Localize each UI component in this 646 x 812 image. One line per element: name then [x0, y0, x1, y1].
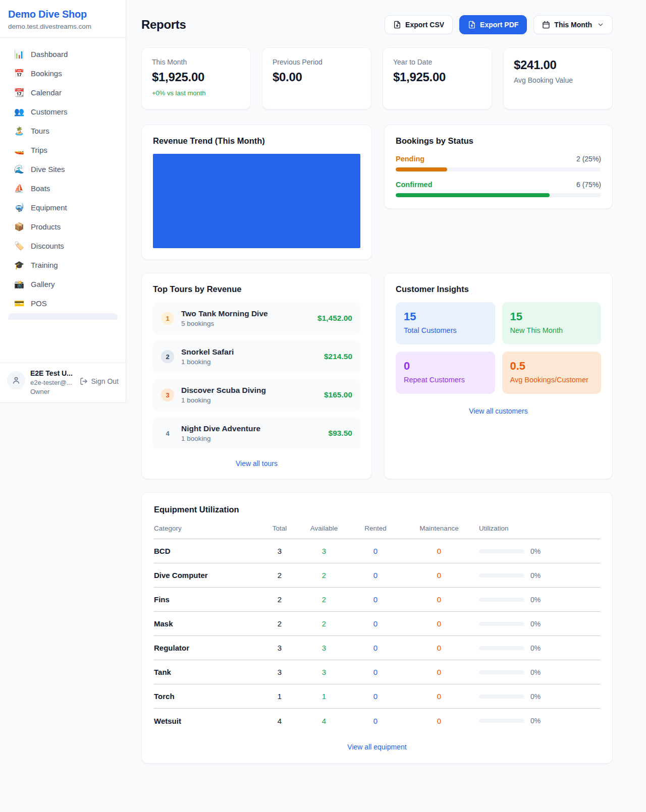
equip-total: 2 — [263, 595, 296, 604]
sidebar-user-footer: E2E Test U... e2e-tester@... Owner Sign … — [0, 363, 126, 402]
export-pdf-button[interactable]: Export PDF — [459, 15, 527, 34]
stat-card-previous-period: Previous Period $0.00 — [262, 47, 371, 109]
charts-row: Revenue Trend (This Month) Bookings by S… — [141, 125, 613, 260]
sign-out-button[interactable]: Sign Out — [80, 377, 119, 385]
equip-rented: 0 — [352, 595, 399, 604]
utilization-track — [479, 646, 524, 650]
tour-list: 1 Two Tank Morning Dive 5 bookings $1,45… — [153, 302, 360, 449]
page-title: Reports — [141, 18, 186, 32]
sidebar-item-equipment[interactable]: 🤿 Equipment — [8, 198, 118, 217]
sidebar-item-gallery[interactable]: 📸 Gallery — [8, 275, 118, 294]
equip-available: 3 — [296, 668, 352, 676]
avatar — [7, 371, 25, 389]
period-select[interactable]: This Month — [533, 15, 613, 34]
equip-utilization: 0% — [479, 717, 600, 725]
export-pdf-label: Export PDF — [480, 21, 518, 29]
tour-revenue: $165.00 — [324, 390, 352, 399]
revenue-trend-card: Revenue Trend (This Month) — [141, 125, 372, 260]
progress-fill-confirmed — [396, 193, 550, 197]
tour-list-item[interactable]: 1 Two Tank Morning Dive 5 bookings $1,45… — [153, 302, 360, 334]
sidebar-item-label: Bookings — [31, 69, 62, 78]
sidebar-item-label: Trips — [31, 146, 47, 154]
stat-card-this-month: This Month $1,925.00 +0% vs last month — [141, 47, 251, 109]
equip-utilization: 0% — [479, 692, 600, 701]
equip-maintenance: 0 — [399, 717, 479, 725]
bookings-by-status-title: Bookings by Status — [396, 136, 601, 146]
rank-badge: 4 — [161, 427, 174, 440]
customers-icon: 👥 — [14, 108, 24, 116]
sidebar-item-label: Products — [31, 222, 61, 231]
equip-total: 2 — [263, 619, 296, 628]
utilization-pct: 0% — [530, 547, 541, 555]
sidebar-item-products[interactable]: 📦 Products — [8, 217, 118, 236]
equip-category: Dive Computer — [154, 571, 263, 579]
utilization-pct: 0% — [530, 668, 541, 676]
equip-rented: 0 — [352, 717, 399, 725]
sidebar-item-pos[interactable]: 💳 POS — [8, 294, 118, 313]
tag-icon: 🏷️ — [14, 242, 24, 250]
equip-available: 1 — [296, 692, 352, 701]
export-csv-button[interactable]: Export CSV — [385, 15, 453, 34]
tour-name: Night Dive Adventure — [181, 424, 321, 433]
utilization-pct: 0% — [530, 571, 541, 579]
equip-utilization: 0% — [479, 547, 600, 555]
insight-value: 15 — [510, 310, 594, 323]
utilization-pct: 0% — [530, 620, 541, 628]
utilization-pct: 0% — [530, 644, 541, 652]
equip-maintenance: 0 — [399, 668, 479, 676]
sidebar-item-calendar[interactable]: 📆 Calendar — [8, 83, 118, 102]
main-content: Reports Export CSV Export PDF This Month — [126, 0, 613, 802]
tour-list-item[interactable]: 3 Discover Scuba Diving 1 booking $165.0… — [153, 379, 360, 411]
sidebar-item-boats[interactable]: ⛵ Boats — [8, 179, 118, 198]
equip-rented: 0 — [352, 547, 399, 555]
sidebar-item-label: Boats — [31, 184, 50, 193]
equip-category: BCD — [154, 547, 263, 555]
sidebar-item-dive-sites[interactable]: 🌊 Dive Sites — [8, 160, 118, 179]
sidebar-item-discounts[interactable]: 🏷️ Discounts — [8, 237, 118, 255]
tour-name: Discover Scuba Diving — [181, 386, 317, 395]
equip-category: Tank — [154, 668, 263, 676]
user-icon — [12, 376, 21, 385]
sidebar-item-label: Training — [31, 261, 58, 269]
status-count: 2 (25%) — [576, 155, 601, 163]
sidebar-item-bookings[interactable]: 📅 Bookings — [8, 64, 118, 83]
sign-out-label: Sign Out — [91, 377, 119, 385]
file-download-icon — [468, 21, 476, 29]
view-all-customers-link[interactable]: View all customers — [469, 407, 527, 415]
sidebar-item-customers[interactable]: 👥 Customers — [8, 102, 118, 121]
tour-list-item[interactable]: 2 Snorkel Safari 1 booking $214.50 — [153, 340, 360, 373]
view-all-equipment-link[interactable]: View all equipment — [347, 743, 406, 751]
sidebar-item-training[interactable]: 🎓 Training — [8, 256, 118, 274]
progress-track — [396, 167, 601, 171]
tour-bookings: 1 booking — [181, 358, 317, 366]
insight-new-this-month: 15 New This Month — [502, 302, 602, 344]
equip-available: 3 — [296, 644, 352, 652]
stat-delta: +0% vs last month — [152, 89, 240, 97]
rank-badge: 2 — [161, 350, 174, 363]
equip-available: 2 — [296, 619, 352, 628]
tour-revenue: $1,452.00 — [317, 314, 352, 323]
equip-utilization: 0% — [479, 571, 600, 579]
bookings-calendar-icon: 📅 — [14, 70, 24, 78]
wave-icon: 🌊 — [14, 165, 24, 173]
rank-badge: 1 — [161, 312, 174, 325]
sidebar-item-tours[interactable]: 🏝️ Tours — [8, 122, 118, 140]
sidebar-item-active-partial[interactable] — [8, 313, 118, 320]
utilization-track — [479, 719, 524, 723]
graduation-cap-icon: 🎓 — [14, 261, 24, 269]
shop-name: Demo Dive Shop — [8, 9, 118, 20]
sidebar-item-trips[interactable]: 🚤 Trips — [8, 141, 118, 159]
sidebar-item-label: Discounts — [31, 242, 64, 250]
calendar-icon — [542, 21, 550, 29]
equipment-table-header: Category Total Available Rented Maintena… — [154, 525, 600, 539]
sidebar-item-dashboard[interactable]: 📊 Dashboard — [8, 45, 118, 64]
view-all-tours-link[interactable]: View all tours — [236, 459, 278, 468]
camera-icon: 📸 — [14, 280, 24, 288]
tour-list-item[interactable]: 4 Night Dive Adventure 1 booking $93.50 — [153, 417, 360, 449]
equip-utilization: 0% — [479, 644, 600, 652]
utilization-track — [479, 549, 524, 553]
stat-label: Avg Booking Value — [514, 76, 602, 84]
col-category: Category — [154, 525, 263, 532]
stat-cards-row: This Month $1,925.00 +0% vs last month P… — [141, 47, 613, 109]
customer-insights-title: Customer Insights — [396, 284, 601, 294]
